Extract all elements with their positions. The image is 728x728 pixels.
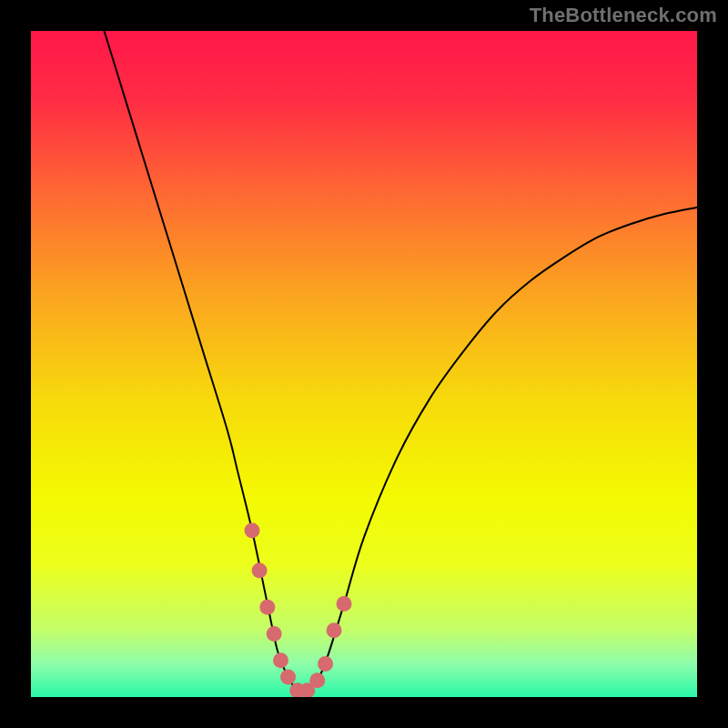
data-marker xyxy=(337,596,352,612)
data-marker xyxy=(273,652,288,668)
data-marker xyxy=(327,622,342,638)
data-marker xyxy=(267,626,282,642)
data-marker xyxy=(318,656,333,672)
data-marker xyxy=(309,672,325,688)
bottleneck-chart xyxy=(31,31,697,697)
plot-background xyxy=(31,31,697,697)
data-marker xyxy=(259,600,275,615)
watermark-text: TheBottleneck.com xyxy=(530,4,717,27)
data-marker xyxy=(252,562,268,578)
chart-container: TheBottleneck.com xyxy=(0,0,728,728)
data-marker xyxy=(245,523,260,539)
data-marker xyxy=(280,670,296,685)
